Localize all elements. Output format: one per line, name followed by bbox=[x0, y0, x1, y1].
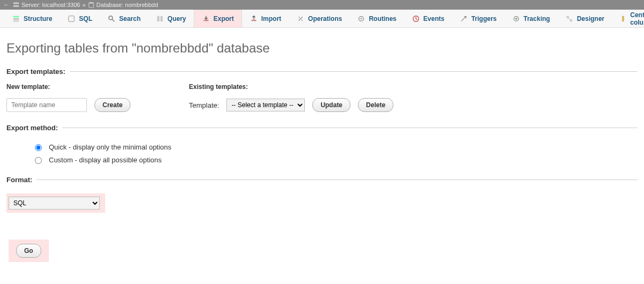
delete-button[interactable]: Delete bbox=[358, 98, 393, 112]
legend-export-templates: Export templates: bbox=[5, 68, 70, 76]
tab-label: Structure bbox=[24, 15, 52, 23]
svg-rect-21 bbox=[622, 16, 624, 21]
svg-rect-4 bbox=[13, 18, 19, 20]
import-icon bbox=[250, 14, 258, 23]
tab-events[interactable]: Events bbox=[404, 10, 452, 27]
structure-icon bbox=[12, 14, 20, 23]
search-icon bbox=[107, 14, 116, 23]
legend-export-method: Export method: bbox=[5, 124, 62, 132]
breadcrumb-separator: » bbox=[82, 2, 85, 8]
tab-tracking[interactable]: Tracking bbox=[504, 10, 558, 27]
tab-export[interactable]: Export bbox=[194, 10, 242, 27]
query-icon bbox=[156, 14, 164, 23]
database-icon bbox=[88, 2, 94, 8]
section-export-templates: Export templates: New template: Create E… bbox=[6, 68, 638, 115]
svg-rect-11 bbox=[203, 20, 208, 21]
radio-quick-label: Quick - display only the minimal options bbox=[49, 143, 171, 151]
svg-rect-9 bbox=[157, 16, 159, 21]
format-select[interactable]: SQL bbox=[9, 197, 100, 210]
routines-icon bbox=[357, 14, 365, 23]
server-icon bbox=[13, 2, 19, 8]
svg-rect-10 bbox=[160, 16, 163, 21]
svg-rect-0 bbox=[13, 3, 19, 4]
tab-label: Designer bbox=[577, 15, 604, 23]
radio-custom[interactable]: Custom - display all possible options bbox=[32, 155, 638, 164]
existing-templates-label: Existing templates: bbox=[189, 83, 393, 91]
tab-routines[interactable]: Routines bbox=[349, 10, 404, 27]
template-name-input[interactable] bbox=[6, 98, 87, 112]
svg-rect-19 bbox=[570, 19, 572, 21]
svg-rect-5 bbox=[13, 20, 19, 21]
tab-import[interactable]: Import bbox=[242, 10, 289, 27]
tab-sql[interactable]: SQL bbox=[60, 10, 100, 27]
tab-label: Central columns bbox=[630, 11, 644, 26]
back-arrow-icon[interactable]: ← bbox=[3, 1, 10, 9]
page-title: Exporting tables from "nombrebbdd" datab… bbox=[6, 41, 638, 56]
designer-icon bbox=[565, 14, 574, 23]
tab-triggers[interactable]: Triggers bbox=[452, 10, 504, 27]
tab-label: Query bbox=[167, 15, 186, 23]
operations-icon bbox=[296, 14, 305, 23]
svg-rect-6 bbox=[69, 16, 75, 21]
tab-label: SQL bbox=[79, 15, 92, 23]
breadcrumb-database[interactable]: Database: nombrebbdd bbox=[97, 2, 158, 8]
svg-rect-12 bbox=[251, 19, 256, 21]
svg-rect-3 bbox=[13, 16, 19, 17]
svg-rect-18 bbox=[567, 16, 569, 18]
sql-icon bbox=[67, 14, 76, 23]
tab-label: Operations bbox=[308, 15, 342, 23]
svg-point-14 bbox=[361, 18, 362, 19]
svg-point-7 bbox=[109, 16, 113, 19]
update-button[interactable]: Update bbox=[312, 98, 350, 112]
svg-line-8 bbox=[112, 19, 114, 21]
tab-label: Events bbox=[423, 15, 444, 23]
radio-custom-label: Custom - display all possible options bbox=[49, 156, 162, 164]
tab-centralcols[interactable]: Central columns bbox=[612, 10, 644, 27]
events-icon bbox=[412, 14, 420, 23]
tab-label: Import bbox=[261, 15, 281, 23]
svg-point-17 bbox=[515, 18, 517, 20]
export-icon bbox=[202, 14, 210, 23]
tab-search[interactable]: Search bbox=[100, 10, 148, 27]
radio-quick-input[interactable] bbox=[35, 144, 42, 151]
tab-label: Tracking bbox=[524, 15, 550, 23]
breadcrumb-server[interactable]: Server: localhost:3306 bbox=[21, 2, 80, 8]
tab-label: Routines bbox=[369, 15, 396, 23]
svg-point-2 bbox=[89, 2, 93, 4]
svg-line-20 bbox=[569, 18, 570, 19]
triggers-icon bbox=[459, 14, 468, 23]
new-template-label: New template: bbox=[6, 83, 157, 91]
legend-format: Format: bbox=[5, 176, 36, 184]
central-columns-icon bbox=[619, 14, 627, 23]
tab-designer[interactable]: Designer bbox=[558, 10, 612, 27]
tab-label: Search bbox=[119, 15, 141, 23]
create-button[interactable]: Create bbox=[94, 98, 130, 112]
tab-label: Export bbox=[214, 15, 234, 23]
template-select[interactable]: -- Select a template -- bbox=[226, 99, 305, 111]
tab-operations[interactable]: Operations bbox=[289, 10, 349, 27]
tab-label: Triggers bbox=[471, 15, 496, 23]
format-select-wrap: SQL bbox=[6, 193, 105, 213]
template-select-label: Template: bbox=[189, 101, 219, 109]
breadcrumb: ← Server: localhost:3306 » Database: nom… bbox=[0, 0, 644, 10]
go-button-wrap: Go bbox=[9, 240, 49, 262]
radio-quick[interactable]: Quick - display only the minimal options bbox=[32, 143, 638, 151]
nav-tabs: StructureSQLSearchQueryExportImportOpera… bbox=[0, 10, 644, 28]
tab-structure[interactable]: Structure bbox=[4, 10, 60, 27]
tab-query[interactable]: Query bbox=[148, 10, 194, 27]
go-button[interactable]: Go bbox=[16, 244, 41, 258]
radio-custom-input[interactable] bbox=[35, 157, 42, 164]
tracking-icon bbox=[512, 14, 521, 23]
section-format: Format: SQL bbox=[6, 176, 638, 216]
section-export-method: Export method: Quick - display only the … bbox=[6, 124, 638, 167]
svg-rect-1 bbox=[13, 5, 19, 7]
